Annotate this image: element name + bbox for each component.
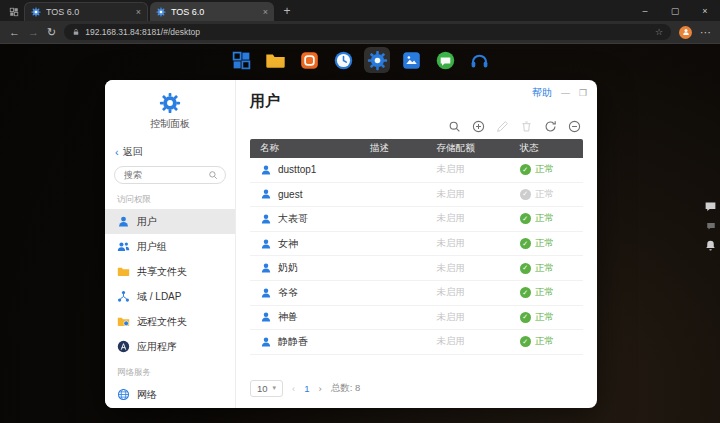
screen: TOS 6.0 × TOS 6.0 × + – ▢ × ← → ↻ 192.16… [0, 0, 720, 423]
dock-item-support[interactable] [466, 47, 492, 73]
control-panel-logo: 控制面板 [105, 92, 235, 131]
status-ok-icon: ✓ [520, 164, 531, 175]
user-name: 静静香 [278, 335, 308, 349]
search-icon[interactable] [448, 120, 461, 133]
address-bar[interactable]: 192.168.31.84:8181/#/desktop ☆ [64, 24, 671, 40]
tab-search-icon[interactable] [4, 2, 24, 21]
sidebar-item-shared-folders[interactable]: 共享文件夹 [105, 259, 235, 284]
prev-page-button[interactable]: ‹ [292, 383, 295, 394]
window-minimize-button[interactable]: – [630, 0, 660, 21]
tab-close-icon[interactable]: × [136, 7, 141, 17]
status-disabled-icon: ✓ [520, 189, 531, 200]
browser-tab-1[interactable]: TOS 6.0 × [24, 2, 148, 21]
panel-main: 帮助 — ❐ 用户 名称 描述 存储配额 [236, 80, 597, 408]
dock-item-app-center[interactable] [296, 47, 322, 73]
table-row[interactable]: 大表哥 未启用 ✓正常 [250, 207, 583, 232]
table-row[interactable]: 女神 未启用 ✓正常 [250, 232, 583, 257]
window-maximize-button[interactable]: ▢ [660, 0, 690, 21]
sidebar-item-user-groups[interactable]: 用户组 [105, 234, 235, 259]
bookmark-star-icon[interactable]: ☆ [655, 27, 663, 37]
sidebar-item-remote-folders[interactable]: 远程文件夹 [105, 309, 235, 334]
folder-icon [117, 265, 130, 278]
table-row[interactable]: 奶奶 未启用 ✓正常 [250, 256, 583, 281]
sidebar-item-label: 用户 [137, 215, 157, 229]
back-button[interactable]: ‹ 返回 [105, 141, 235, 163]
help-link[interactable]: 帮助 [532, 86, 552, 100]
tab-favicon [31, 7, 41, 17]
user-name: 爷爷 [278, 286, 298, 300]
column-header-quota: 存储配额 [436, 142, 519, 155]
user-icon [260, 311, 272, 323]
delete-icon[interactable] [520, 120, 533, 133]
table-row[interactable]: 爷爷 未启用 ✓正常 [250, 281, 583, 306]
dock-item-file-manager[interactable] [262, 47, 288, 73]
panel-minimize-icon[interactable]: — [561, 88, 570, 98]
table-action-bar [250, 120, 581, 133]
dock [228, 47, 492, 73]
status-text: 正常 [535, 286, 554, 299]
lock-icon [72, 28, 80, 36]
page-size-select[interactable]: 10 ▾ [250, 380, 283, 397]
dock-item-chat[interactable] [432, 47, 458, 73]
chevron-down-icon: ▾ [273, 384, 277, 392]
browser-profile-avatar[interactable] [679, 26, 692, 39]
window-close-button[interactable]: × [690, 0, 720, 21]
dock-item-control-panel[interactable] [364, 47, 390, 73]
browser-menu-button[interactable]: ⋯ [700, 27, 711, 38]
panel-controls: 帮助 — ❐ [532, 86, 587, 100]
column-header-status: 状态 [520, 142, 583, 155]
browser-back-button[interactable]: ← [9, 27, 20, 38]
add-user-icon[interactable] [472, 120, 485, 133]
globe-icon [117, 388, 130, 401]
search-input[interactable] [122, 169, 208, 181]
browser-tab-2[interactable]: TOS 6.0 × [150, 2, 274, 21]
applications-icon [117, 340, 130, 353]
status-ok-icon: ✓ [520, 213, 531, 224]
sidebar-item-domain-ldap[interactable]: 域 / LDAP [105, 284, 235, 309]
tab-label: TOS 6.0 [171, 7, 204, 17]
quota-text: 未启用 [436, 163, 465, 174]
sidebar-item-label: 共享文件夹 [137, 265, 187, 279]
message-bubble-icon[interactable] [704, 200, 717, 213]
sidebar-item-label: 应用程序 [137, 340, 177, 354]
status-ok-icon: ✓ [520, 336, 531, 347]
panel-maximize-icon[interactable]: ❐ [579, 88, 587, 98]
status-text: 正常 [535, 262, 554, 275]
sidebar-search[interactable] [114, 166, 226, 184]
section-label-network: 网络服务 [105, 359, 235, 382]
sidebar-item-label: 网络 [137, 388, 157, 402]
quota-text: 未启用 [436, 311, 465, 322]
search-icon [208, 170, 218, 180]
edit-icon[interactable] [496, 120, 509, 133]
browser-toolbar: ← → ↻ 192.168.31.84:8181/#/desktop ☆ ⋯ [0, 21, 720, 44]
user-icon [260, 164, 272, 176]
chat-mini-icon[interactable] [706, 221, 716, 231]
next-page-button[interactable]: › [319, 383, 322, 394]
notification-bell-icon[interactable] [704, 239, 717, 252]
browser-refresh-button[interactable]: ↻ [47, 27, 56, 38]
new-tab-button[interactable]: + [276, 2, 298, 21]
sidebar-item-applications[interactable]: 应用程序 [105, 334, 235, 359]
browser-forward-button[interactable]: → [28, 27, 39, 38]
table-row[interactable]: 静静香 未启用 ✓正常 [250, 330, 583, 355]
tab-close-icon[interactable]: × [263, 7, 268, 17]
refresh-icon[interactable] [544, 120, 557, 133]
dock-item-clock[interactable] [330, 47, 356, 73]
column-header-description: 描述 [370, 142, 437, 155]
status-ok-icon: ✓ [520, 312, 531, 323]
table-row[interactable]: 神兽 未启用 ✓正常 [250, 306, 583, 331]
sidebar-item-network[interactable]: 网络 [105, 382, 235, 407]
user-name: guest [278, 189, 302, 200]
quota-text: 未启用 [436, 286, 465, 297]
users-table: 名称 描述 存储配额 状态 dusttop1 未启用 ✓正常 guest [250, 139, 583, 374]
dock-item-tos-launcher[interactable] [228, 47, 254, 73]
sidebar-item-users[interactable]: 用户 [105, 209, 235, 234]
panel-sidebar: 控制面板 ‹ 返回 访问权限 用户 用户组 [105, 80, 236, 408]
table-row[interactable]: guest 未启用 ✓正常 [250, 183, 583, 208]
sidebar-item-label: 远程文件夹 [137, 315, 187, 329]
table-row[interactable]: dusttop1 未启用 ✓正常 [250, 158, 583, 183]
dock-item-media[interactable] [398, 47, 424, 73]
page-number[interactable]: 1 [304, 383, 309, 394]
more-actions-icon[interactable] [568, 120, 581, 133]
quota-text: 未启用 [436, 335, 465, 346]
